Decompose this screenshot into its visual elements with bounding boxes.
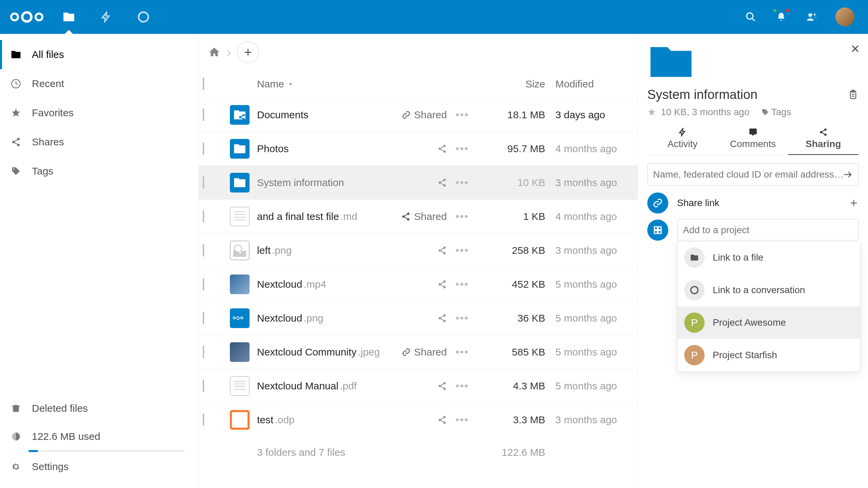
more-icon[interactable]: ••• [447, 244, 477, 257]
share-status[interactable] [386, 178, 447, 187]
quota-text: 122.6 MB used [32, 431, 100, 442]
row-checkbox[interactable] [203, 244, 204, 257]
nav-talk-icon[interactable] [135, 0, 152, 34]
row-checkbox[interactable] [203, 312, 204, 324]
file-name[interactable]: Nextcloud.png [257, 312, 386, 324]
row-checkbox[interactable] [203, 380, 204, 392]
home-icon[interactable] [208, 46, 220, 58]
sidebar-item-favorites[interactable]: Favorites [0, 98, 198, 127]
share-status[interactable] [386, 415, 447, 425]
more-icon[interactable]: ••• [447, 176, 477, 189]
svg-point-46 [691, 287, 698, 294]
app-logo[interactable] [7, 11, 50, 23]
header-name[interactable]: Name [257, 78, 386, 90]
table-row[interactable]: Nextcloud Community.jpegShared•••585 KB5… [199, 335, 637, 369]
sidebar-item-all-files[interactable]: All files [0, 40, 198, 69]
nav-activity-icon[interactable] [98, 0, 115, 34]
svg-point-31 [443, 382, 446, 384]
arrow-right-icon[interactable] [843, 169, 853, 180]
row-checkbox[interactable] [203, 413, 204, 426]
add-button[interactable]: + [237, 41, 259, 63]
tab-comments[interactable]: Comments [718, 124, 788, 155]
table-row[interactable]: and a final test file.mdShared•••1 KB4 m… [199, 199, 637, 233]
table-row[interactable]: left.png•••258 KB3 months ago [199, 233, 637, 267]
clipboard-icon[interactable] [848, 89, 859, 100]
table-row[interactable]: Nextcloud.png•••36 KB5 months ago [199, 301, 637, 335]
file-thumbnail [230, 241, 250, 260]
dropdown-item[interactable]: PProject Awesome [677, 306, 860, 339]
file-size: 3.3 MB [477, 414, 545, 426]
summary-size: 122.6 MB [477, 447, 545, 458]
more-icon[interactable]: ••• [447, 142, 477, 155]
file-name[interactable]: test.odp [257, 414, 386, 426]
file-name[interactable]: Documents [257, 109, 386, 121]
tab-activity[interactable]: Activity [647, 124, 718, 155]
file-name[interactable]: left.png [257, 245, 386, 256]
svg-point-39 [824, 128, 827, 131]
file-name[interactable]: Nextcloud Community.jpeg [257, 346, 386, 358]
file-name[interactable]: System information [257, 177, 386, 188]
dropdown-item[interactable]: Link to a file [677, 241, 860, 274]
table-row[interactable]: test.odp•••3.3 MB3 months ago [199, 403, 637, 436]
share-status[interactable]: Shared [386, 346, 447, 358]
file-name[interactable]: Photos [257, 143, 386, 155]
notifications-icon[interactable] [774, 10, 788, 24]
sidebar-item-deleted[interactable]: Deleted files [0, 394, 198, 423]
svg-point-41 [824, 134, 827, 136]
project-input[interactable] [677, 219, 859, 241]
more-icon[interactable]: ••• [447, 108, 477, 121]
sidebar-item-recent[interactable]: Recent [0, 69, 198, 98]
star-icon[interactable] [647, 108, 656, 117]
more-icon[interactable]: ••• [447, 312, 477, 324]
row-checkbox[interactable] [203, 346, 204, 358]
table-row[interactable]: DocumentsShared•••18.1 MB3 days ago [199, 98, 637, 131]
select-all-checkbox[interactable] [203, 78, 204, 90]
tab-sharing[interactable]: Sharing [788, 124, 859, 155]
share-status[interactable]: Shared [386, 211, 447, 222]
tags-button[interactable]: Tags [761, 107, 791, 118]
share-status[interactable] [386, 280, 447, 289]
sidebar-item-tags[interactable]: Tags [0, 157, 198, 186]
header-modified[interactable]: Modified [545, 78, 633, 90]
more-icon[interactable]: ••• [447, 413, 477, 426]
file-name[interactable]: Nextcloud.mp4 [257, 279, 386, 290]
user-avatar[interactable] [835, 7, 854, 26]
more-icon[interactable]: ••• [447, 278, 477, 290]
details-panel: ✕ System information 10 KB, 3 months ago… [637, 34, 868, 488]
table-row[interactable]: Photos•••95.7 MB4 months ago [199, 131, 637, 165]
add-share-link-icon[interactable] [849, 198, 859, 208]
close-icon[interactable]: ✕ [850, 42, 860, 56]
more-icon[interactable]: ••• [447, 346, 477, 358]
contacts-icon[interactable] [805, 10, 818, 24]
share-search[interactable] [647, 163, 859, 186]
share-status[interactable] [386, 313, 447, 323]
share-status[interactable]: Shared [386, 109, 447, 121]
file-name[interactable]: and a final test file.md [257, 211, 386, 222]
dropdown-item[interactable]: PProject Starfish [677, 339, 860, 371]
row-checkbox[interactable] [203, 176, 204, 189]
details-title: System information [647, 87, 757, 102]
link-icon[interactable] [647, 192, 668, 214]
share-search-input[interactable] [653, 169, 843, 180]
share-status[interactable] [386, 381, 447, 391]
sidebar-item-shares[interactable]: Shares [0, 127, 198, 157]
share-status[interactable] [386, 246, 447, 255]
more-icon[interactable]: ••• [447, 210, 477, 223]
row-checkbox[interactable] [203, 142, 204, 155]
table-row[interactable]: System information•••10 KB3 months ago [199, 165, 637, 199]
row-checkbox[interactable] [203, 108, 204, 121]
row-checkbox[interactable] [203, 210, 204, 223]
more-icon[interactable]: ••• [447, 380, 477, 392]
sidebar-item-settings[interactable]: Settings [0, 452, 198, 481]
table-row[interactable]: Nextcloud.mp4•••452 KB5 months ago [199, 267, 637, 301]
dropdown-item[interactable]: Link to a conversation [677, 274, 860, 306]
table-row[interactable]: Nextcloud Manual.pdf•••4.3 MB5 months ag… [199, 369, 637, 403]
top-nav [60, 0, 152, 34]
nav-files-icon[interactable] [60, 0, 77, 34]
file-thumbnail [230, 105, 250, 125]
file-name[interactable]: Nextcloud Manual.pdf [257, 380, 386, 392]
search-icon[interactable] [744, 10, 757, 24]
header-size[interactable]: Size [477, 78, 545, 90]
share-status[interactable] [386, 144, 447, 154]
row-checkbox[interactable] [203, 278, 204, 290]
